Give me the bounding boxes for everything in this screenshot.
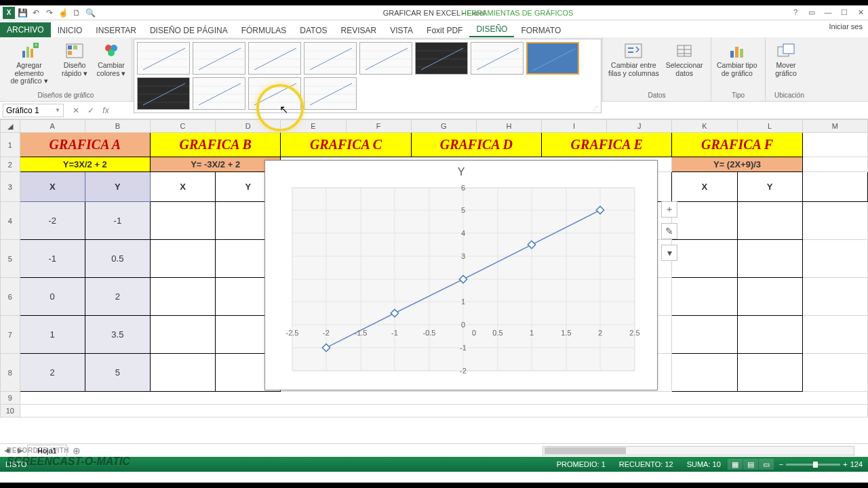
spreadsheet-grid[interactable]: ◢ A B C D E F G H I J K L M 1 GRAFICA A … xyxy=(0,119,868,443)
row-header-3[interactable]: 3 xyxy=(1,172,20,202)
cell-grafica-b[interactable]: GRAFICA B xyxy=(150,133,280,157)
cell[interactable] xyxy=(802,172,867,202)
col-header-d[interactable]: D xyxy=(216,120,281,133)
cell[interactable] xyxy=(802,240,867,278)
chart-elements-button[interactable]: ＋ xyxy=(661,201,677,218)
col-header-f[interactable]: F xyxy=(346,120,411,133)
row-header-1[interactable]: 1 xyxy=(1,133,20,157)
chevron-down-icon[interactable]: ▼ xyxy=(55,107,60,113)
select-all-corner[interactable]: ◢ xyxy=(1,120,20,133)
horizontal-scrollbar[interactable] xyxy=(542,446,854,455)
undo-icon[interactable]: ↶ xyxy=(30,7,42,19)
cell[interactable] xyxy=(672,354,737,392)
chart-style-11[interactable] xyxy=(248,77,301,110)
cell[interactable] xyxy=(150,316,215,354)
cell-grafica-a[interactable]: GRAFICA A xyxy=(20,133,150,157)
chart-filters-button[interactable]: ▾ xyxy=(661,245,677,261)
col-header-h[interactable]: H xyxy=(476,120,541,133)
cell-a4[interactable]: -2 xyxy=(20,202,85,240)
chart-style-5[interactable] xyxy=(359,42,412,75)
tab-diseno-pagina[interactable]: DISEÑO DE PÁGINA xyxy=(143,23,235,37)
cell[interactable] xyxy=(802,133,867,157)
cell-x-f[interactable]: X xyxy=(672,172,737,202)
cell[interactable] xyxy=(802,278,867,316)
cell-formula-f[interactable]: Y= (2X+9)/3 xyxy=(672,157,802,172)
cell[interactable] xyxy=(802,354,867,392)
zoom-control[interactable]: − + 124 xyxy=(774,460,863,468)
zoom-out-icon[interactable]: − xyxy=(779,460,783,468)
change-colors-button[interactable]: Cambiar colores ▾ xyxy=(94,40,129,92)
embedded-chart[interactable]: Y 654 321 xyxy=(264,160,658,390)
chart-title[interactable]: Y xyxy=(265,166,657,178)
view-page-break-icon[interactable]: ▭ xyxy=(759,459,774,470)
cell[interactable] xyxy=(802,316,867,354)
new-sheet-button[interactable]: ⊕ xyxy=(67,445,86,456)
cell-x-a[interactable]: X xyxy=(20,172,85,202)
cell[interactable] xyxy=(672,278,737,316)
cancel-formula-icon[interactable]: ✕ xyxy=(69,106,83,115)
view-normal-icon[interactable]: ▦ xyxy=(728,459,743,470)
cell-x-b[interactable]: X xyxy=(150,172,215,202)
help-icon[interactable]: ? xyxy=(791,8,800,17)
touch-icon[interactable]: ☝ xyxy=(57,7,69,19)
row-header-5[interactable]: 5 xyxy=(1,240,20,278)
row-header-10[interactable]: 10 xyxy=(1,405,20,418)
cell-a7[interactable]: 1 xyxy=(20,316,85,354)
chart-style-3[interactable] xyxy=(248,42,301,75)
cell[interactable] xyxy=(737,240,802,278)
chart-style-9[interactable] xyxy=(137,77,190,110)
col-header-m[interactable]: M xyxy=(802,120,867,133)
cell-b6[interactable]: 2 xyxy=(85,278,150,316)
tab-formato[interactable]: FORMATO xyxy=(514,23,568,37)
move-chart-button[interactable]: Mover gráfico xyxy=(768,40,804,92)
minimize-icon[interactable]: — xyxy=(823,8,833,17)
cell[interactable] xyxy=(20,405,867,418)
row-header-6[interactable]: 6 xyxy=(1,278,20,316)
col-header-e[interactable]: E xyxy=(281,120,346,133)
tab-datos[interactable]: DATOS xyxy=(293,23,334,37)
cell-y-a[interactable]: Y xyxy=(85,172,150,202)
row-header-8[interactable]: 8 xyxy=(1,354,20,392)
row-header-4[interactable]: 4 xyxy=(1,202,20,240)
chart-style-10[interactable] xyxy=(193,77,245,110)
row-header-7[interactable]: 7 xyxy=(1,316,20,354)
tab-archivo[interactable]: ARCHIVO xyxy=(0,22,51,37)
view-page-layout-icon[interactable]: ▤ xyxy=(743,459,758,470)
row-header-2[interactable]: 2 xyxy=(1,157,20,172)
chart-style-1[interactable] xyxy=(137,42,190,75)
col-header-a[interactable]: A xyxy=(20,120,85,133)
ribbon-options-icon[interactable]: ▭ xyxy=(807,8,816,17)
chart-style-4[interactable] xyxy=(304,42,357,75)
col-header-l[interactable]: L xyxy=(737,120,802,133)
cell[interactable] xyxy=(737,354,802,392)
chart-style-12[interactable] xyxy=(304,77,357,110)
add-chart-element-button[interactable]: + Agregar elemento de gráfico ▾ xyxy=(3,40,56,92)
cell[interactable] xyxy=(150,354,215,392)
cell[interactable] xyxy=(672,202,737,240)
cell[interactable] xyxy=(737,316,802,354)
tab-insertar[interactable]: INSERTAR xyxy=(89,23,143,37)
chart-style-7[interactable] xyxy=(471,42,524,75)
cell[interactable] xyxy=(802,202,867,240)
col-header-c[interactable]: C xyxy=(150,120,215,133)
print-preview-icon[interactable]: 🔍 xyxy=(84,7,96,19)
quick-layout-button[interactable]: Diseño rápido ▾ xyxy=(57,40,92,92)
col-header-i[interactable]: I xyxy=(542,120,607,133)
sign-in-link[interactable]: Iniciar ses xyxy=(829,22,863,30)
tab-inicio[interactable]: INICIO xyxy=(51,23,90,37)
cell-b5[interactable]: 0.5 xyxy=(85,240,150,278)
cell[interactable] xyxy=(737,202,802,240)
new-icon[interactable]: 🗋 xyxy=(71,7,83,19)
save-icon[interactable]: 💾 xyxy=(16,7,28,19)
cell[interactable] xyxy=(672,316,737,354)
col-header-b[interactable]: B xyxy=(85,120,150,133)
cell-b4[interactable]: -1 xyxy=(85,202,150,240)
tab-vista[interactable]: VISTA xyxy=(383,23,420,37)
zoom-level[interactable]: 124 xyxy=(850,460,863,468)
col-header-k[interactable]: K xyxy=(672,120,737,133)
zoom-in-icon[interactable]: + xyxy=(843,460,847,468)
cell-grafica-f[interactable]: GRAFICA F xyxy=(672,133,802,157)
tab-diseno[interactable]: DISEÑO xyxy=(469,22,514,37)
cell-formula-a[interactable]: Y=3X/2 + 2 xyxy=(20,157,150,172)
cell[interactable] xyxy=(737,278,802,316)
